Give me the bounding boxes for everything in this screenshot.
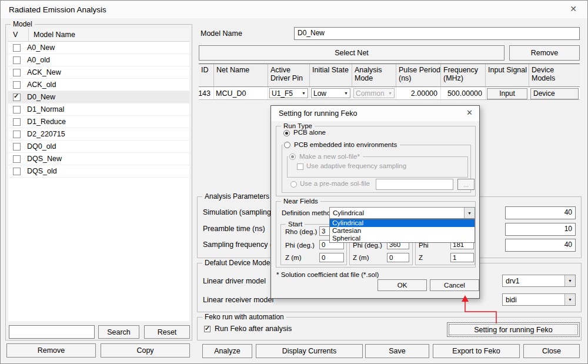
model-name-label: ACK_old	[27, 81, 56, 89]
net-table-row[interactable]: 143 MCU_D0 U1_F5▼ Low▼ Common▼ 2.00000 5…	[199, 87, 580, 100]
dialog-close-icon[interactable]: ✕	[466, 108, 473, 117]
col-header-id[interactable]: ID	[199, 64, 214, 86]
setting-for-running-feko-button[interactable]: Setting for running Feko	[447, 322, 580, 337]
dropdown-option[interactable]: Spherical	[330, 235, 475, 242]
chevron-down-icon[interactable]: ▼	[464, 208, 475, 218]
preamble-time-input[interactable]: 10	[505, 223, 576, 236]
run-feko-label: Run Feko after analysis	[215, 325, 292, 333]
analyze-button[interactable]: Analyze	[202, 344, 252, 358]
sol-footnote: * Solution coefficient dat file (*.sol)	[276, 271, 379, 278]
linear-driver-model-select[interactable]: drv1 ▼	[502, 275, 576, 287]
model-checkbox[interactable]	[13, 118, 21, 126]
model-row[interactable]: D2_220715	[8, 128, 189, 141]
model-row[interactable]: DQ0_old	[8, 141, 189, 153]
sampling-frequency-input[interactable]: 40	[505, 239, 576, 252]
pcb-alone-radio[interactable]	[283, 130, 290, 136]
search-button[interactable]: Search	[98, 325, 139, 339]
export-to-feko-button[interactable]: Export to Feko	[433, 344, 520, 358]
radiated-emission-analysis-window: Radiated Emission Analysis ✕ Model V Mod…	[0, 0, 588, 364]
col-header-net-name[interactable]: Net Name	[214, 64, 268, 86]
col-header-device-models[interactable]: DeviceModels	[529, 64, 580, 86]
analysis-parameters-label: Analysis Parameters	[202, 192, 272, 201]
title-bar: Radiated Emission Analysis ✕	[1, 1, 587, 18]
model-checkbox[interactable]	[13, 155, 21, 163]
preamble-time-label: Preamble time (ns)	[203, 225, 265, 233]
remove-net-button[interactable]: Remove	[509, 45, 580, 61]
model-checkbox[interactable]	[13, 69, 21, 76]
right-z-input[interactable]: 1	[450, 253, 474, 262]
col-header-pulse-period[interactable]: Pulse Period(ns)	[396, 64, 441, 86]
definition-method-select[interactable]: Cylindrical ▼	[329, 207, 475, 219]
cell-input-signal: Input signal	[486, 87, 529, 99]
premade-sol-input	[376, 179, 453, 190]
initial-state-select[interactable]: Low▼	[311, 88, 350, 98]
search-input[interactable]	[9, 325, 95, 339]
col-header-frequency[interactable]: Frequency(MHz)	[441, 64, 486, 86]
col-header-active-driver-pin[interactable]: ActiveDriver Pin	[268, 64, 310, 86]
model-row[interactable]: D0_New	[8, 91, 189, 103]
window-title: Radiated Emission Analysis	[9, 5, 106, 14]
model-name-label: DQ0_old	[27, 142, 56, 151]
model-row[interactable]: ACK_old	[8, 79, 189, 91]
select-net-button[interactable]: Select Net	[199, 45, 505, 61]
model-name-input[interactable]: D0_New	[294, 27, 580, 40]
close-button[interactable]: Close	[523, 344, 580, 358]
active-driver-pin-select[interactable]: U1_F5▼	[269, 88, 308, 98]
col-header-initial-state[interactable]: Initial State	[310, 64, 352, 86]
model-name-label: A0_New	[27, 44, 55, 52]
model-list-rows: A0_NewA0_oldACK_NewACK_oldD0_NewD1_Norma…	[8, 42, 189, 178]
col-header-input-signal[interactable]: Input Signal	[486, 64, 529, 86]
model-checkbox[interactable]	[13, 131, 21, 138]
pcb-embedded-label: PCB embedded into environments	[294, 141, 397, 148]
mid-z-input[interactable]: 0	[387, 253, 409, 262]
model-list-header: V Model Name	[8, 28, 189, 42]
model-row[interactable]: A0_New	[8, 42, 189, 54]
model-checkbox[interactable]	[13, 168, 21, 175]
model-row[interactable]: ACK_New	[8, 66, 189, 79]
check-column-header[interactable]: V	[8, 28, 29, 41]
cell-pulse-period[interactable]: 2.00000	[396, 87, 441, 99]
dropdown-option[interactable]: Cylindrical	[330, 219, 475, 227]
model-checkbox[interactable]	[13, 56, 21, 64]
default-device-models-label: Defalut Device Models	[202, 259, 278, 267]
reset-button[interactable]: Reset	[144, 325, 190, 339]
chevron-down-icon[interactable]: ▼	[564, 275, 575, 286]
chevron-down-icon[interactable]: ▼	[564, 294, 575, 305]
model-checkbox[interactable]	[13, 93, 21, 101]
cell-frequency[interactable]: 500.00000	[441, 87, 486, 99]
device-models-button[interactable]: Device	[530, 88, 579, 99]
remove-model-button[interactable]: Remove	[6, 343, 96, 358]
cancel-button[interactable]: Cancel	[430, 279, 479, 291]
model-checkbox[interactable]	[13, 44, 21, 52]
run-feko-checkbox[interactable]	[204, 326, 211, 332]
model-checkbox[interactable]	[13, 143, 21, 151]
model-checkbox[interactable]	[13, 81, 21, 89]
simulation-time-input[interactable]: 40	[505, 206, 576, 219]
linear-receiver-model-select[interactable]: bidi ▼	[502, 293, 576, 306]
make-new-sol-label: Make a new sol-file*	[299, 153, 360, 160]
dialog-title-bar: Setting for running Feko ✕	[271, 106, 479, 121]
start-z-input[interactable]: 0	[319, 253, 344, 262]
pcb-embedded-radio[interactable]	[284, 142, 290, 148]
rho-label: Rho (deg.)	[285, 228, 317, 235]
model-row[interactable]: D1_Normal	[8, 103, 189, 116]
model-row[interactable]: DQS_New	[8, 153, 189, 165]
model-row[interactable]: D1_Reduce	[8, 116, 189, 128]
ok-button[interactable]: OK	[377, 279, 427, 291]
save-button[interactable]: Save	[365, 344, 429, 358]
cell-id: 143	[199, 87, 214, 99]
name-column-header[interactable]: Model Name	[29, 31, 75, 39]
model-checkbox[interactable]	[13, 106, 21, 113]
model-row[interactable]: A0_old	[8, 54, 189, 66]
display-currents-button[interactable]: Display Currents	[256, 344, 363, 358]
window-close-icon[interactable]: ✕	[570, 4, 577, 14]
chevron-down-icon: ▼	[302, 91, 306, 95]
col-header-analysis-mode[interactable]: AnalysisMode	[352, 64, 396, 86]
input-signal-button[interactable]: Input signal	[487, 88, 527, 99]
dialog-title: Setting for running Feko	[279, 109, 357, 118]
model-row[interactable]: DQS_old	[8, 165, 189, 178]
copy-model-button[interactable]: Copy	[101, 343, 190, 358]
dropdown-option[interactable]: Cartesian	[330, 227, 475, 235]
definition-method-options: CylindricalCartesianSpherical	[329, 219, 475, 243]
linear-receiver-model-label: Linear receiver model	[203, 296, 273, 304]
